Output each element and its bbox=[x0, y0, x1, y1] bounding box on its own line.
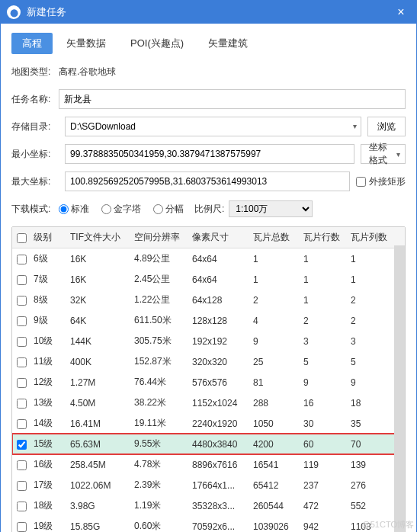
mode-radio[interactable] bbox=[153, 204, 163, 214]
table-cell: 472 bbox=[300, 495, 348, 516]
bounding-rect-checkbox[interactable]: 外接矩形 bbox=[356, 175, 406, 188]
min-coord-input[interactable] bbox=[65, 144, 354, 164]
map-type-label: 地图类型: bbox=[11, 66, 59, 79]
row-checkbox[interactable] bbox=[17, 296, 27, 306]
table-header[interactable]: 像素尺寸 bbox=[189, 227, 250, 248]
table-row[interactable]: 8级32K1.22公里64x128212 bbox=[12, 290, 405, 310]
dialog-window: ⬤ 新建任务 × 高程矢量数据POI(兴趣点)矢量建筑 地图类型: 高程.谷歌地… bbox=[0, 0, 417, 532]
table-cell: 9 bbox=[300, 372, 348, 393]
table-cell: 64x128 bbox=[189, 290, 250, 310]
row-checkbox[interactable] bbox=[17, 378, 27, 388]
table-cell: 19级 bbox=[30, 516, 67, 532]
row-checkbox[interactable] bbox=[17, 481, 27, 491]
table-cell: 9级 bbox=[30, 310, 67, 331]
max-coord-input[interactable] bbox=[65, 171, 350, 191]
table-cell: 400K bbox=[67, 351, 131, 372]
table-cell: 2.39米 bbox=[131, 475, 189, 495]
table-header[interactable]: 空间分辨率 bbox=[131, 227, 189, 248]
table-body: 6级16K4.89公里64x641117级16K2.45公里64x641118级… bbox=[12, 248, 405, 533]
row-checkbox[interactable] bbox=[17, 440, 27, 450]
table-row[interactable]: 14级16.41M19.11米2240x192010503035 bbox=[12, 413, 405, 434]
scrollbar[interactable] bbox=[394, 245, 405, 532]
download-mode-group: 标准金字塔分幅 bbox=[59, 203, 191, 216]
dialog-content: 高程矢量数据POI(兴趣点)矢量建筑 地图类型: 高程.谷歌地球 任务名称: 存… bbox=[1, 24, 416, 532]
mode-option-分幅[interactable]: 分幅 bbox=[153, 203, 184, 216]
select-all-checkbox[interactable] bbox=[17, 233, 27, 243]
row-checkbox[interactable] bbox=[17, 502, 27, 511]
tab-高程[interactable]: 高程 bbox=[11, 33, 53, 54]
table-cell: 65.63M bbox=[67, 434, 131, 454]
table-cell: 38.22米 bbox=[131, 393, 189, 413]
table-row[interactable]: 15级65.63M9.55米4480x384042006070 bbox=[12, 434, 405, 454]
table-row[interactable]: 18级3.98G1.19米35328x3...260544472552 bbox=[12, 495, 405, 516]
row-checkbox[interactable] bbox=[17, 522, 27, 532]
mode-option-金字塔[interactable]: 金字塔 bbox=[101, 203, 141, 216]
chevron-down-icon: ▾ bbox=[396, 150, 400, 159]
dialog-title: 新建任务 bbox=[27, 5, 392, 19]
row-checkbox[interactable] bbox=[17, 316, 27, 326]
table-cell: 19.11米 bbox=[131, 413, 189, 434]
table-cell: 17664x1... bbox=[189, 475, 250, 495]
level-table: 级别TIF文件大小空间分辨率像素尺寸瓦片总数瓦片行数瓦片列数 6级16K4.89… bbox=[11, 226, 406, 532]
table-cell: 12级 bbox=[30, 372, 67, 393]
mode-radio[interactable] bbox=[59, 204, 69, 214]
table-cell: 70592x6... bbox=[189, 516, 250, 532]
table-cell: 1152x1024 bbox=[189, 393, 250, 413]
table-row[interactable]: 9级64K611.50米128x128422 bbox=[12, 310, 405, 331]
row-checkbox[interactable] bbox=[17, 460, 27, 470]
table-cell: 9.55米 bbox=[131, 434, 189, 454]
mode-radio[interactable] bbox=[101, 204, 111, 214]
bounding-rect-checkbox-input[interactable] bbox=[356, 177, 366, 187]
table-header[interactable]: TIF文件大小 bbox=[67, 227, 131, 248]
chevron-down-icon[interactable]: ▾ bbox=[353, 122, 357, 130]
row-checkbox[interactable] bbox=[17, 275, 27, 285]
table-row[interactable]: 19级15.85G0.60米70592x6...10390269421103 bbox=[12, 516, 405, 532]
table-cell: 4.78米 bbox=[131, 454, 189, 475]
tab-矢量建筑[interactable]: 矢量建筑 bbox=[197, 33, 258, 54]
table-cell: 6级 bbox=[30, 248, 67, 270]
scale-select[interactable]: 1:100万 bbox=[229, 200, 313, 217]
table-row[interactable]: 16级258.45M4.78米8896x761616541119139 bbox=[12, 454, 405, 475]
table-header[interactable]: 瓦片行数 bbox=[300, 227, 348, 248]
row-checkbox[interactable] bbox=[17, 337, 27, 347]
scrollbar-thumb[interactable] bbox=[394, 245, 405, 532]
table-cell: 2 bbox=[250, 290, 300, 310]
tab-POI(兴趣点)[interactable]: POI(兴趣点) bbox=[120, 33, 194, 54]
storage-input[interactable] bbox=[65, 117, 361, 136]
app-icon: ⬤ bbox=[7, 5, 21, 19]
max-coord-label: 最大坐标: bbox=[11, 175, 59, 188]
table-cell: 1.27M bbox=[67, 372, 131, 393]
table-cell: 119 bbox=[300, 454, 348, 475]
table-row[interactable]: 7级16K2.45公里64x64111 bbox=[12, 269, 405, 290]
map-type-value: 高程.谷歌地球 bbox=[59, 66, 406, 79]
table-cell: 1.22公里 bbox=[131, 290, 189, 310]
tab-bar: 高程矢量数据POI(兴趣点)矢量建筑 bbox=[11, 33, 406, 54]
table-cell: 16K bbox=[67, 248, 131, 270]
table-row[interactable]: 11级400K152.87米320x3202555 bbox=[12, 351, 405, 372]
table-row[interactable]: 13级4.50M38.22米1152x10242881618 bbox=[12, 393, 405, 413]
close-icon[interactable]: × bbox=[392, 5, 410, 19]
table-cell: 16.41M bbox=[67, 413, 131, 434]
coord-format-button[interactable]: 坐标格式 ▾ bbox=[361, 144, 406, 164]
tab-矢量数据[interactable]: 矢量数据 bbox=[56, 33, 117, 54]
table-header[interactable]: 瓦片总数 bbox=[250, 227, 300, 248]
row-checkbox[interactable] bbox=[17, 399, 27, 409]
mode-option-标准[interactable]: 标准 bbox=[59, 203, 89, 216]
table-cell: 260544 bbox=[250, 495, 300, 516]
table-cell: 16541 bbox=[250, 454, 300, 475]
table-row[interactable]: 12级1.27M76.44米576x5768199 bbox=[12, 372, 405, 393]
table-row[interactable]: 17级1022.06M2.39米17664x1...65412237276 bbox=[12, 475, 405, 495]
table-cell: 11级 bbox=[30, 351, 67, 372]
map-type-row: 地图类型: 高程.谷歌地球 bbox=[11, 62, 406, 82]
browse-button[interactable]: 浏览 bbox=[367, 117, 406, 136]
table-header[interactable]: 级别 bbox=[30, 227, 67, 248]
table-cell: 576x576 bbox=[189, 372, 250, 393]
row-checkbox[interactable] bbox=[17, 357, 27, 367]
row-checkbox[interactable] bbox=[17, 255, 27, 264]
table-cell: 152.87米 bbox=[131, 351, 189, 372]
table-row[interactable]: 10级144K305.75米192x192933 bbox=[12, 331, 405, 351]
table-cell: 258.45M bbox=[67, 454, 131, 475]
task-name-input[interactable] bbox=[59, 89, 406, 109]
table-row[interactable]: 6级16K4.89公里64x64111 bbox=[12, 248, 405, 270]
row-checkbox[interactable] bbox=[17, 419, 27, 429]
